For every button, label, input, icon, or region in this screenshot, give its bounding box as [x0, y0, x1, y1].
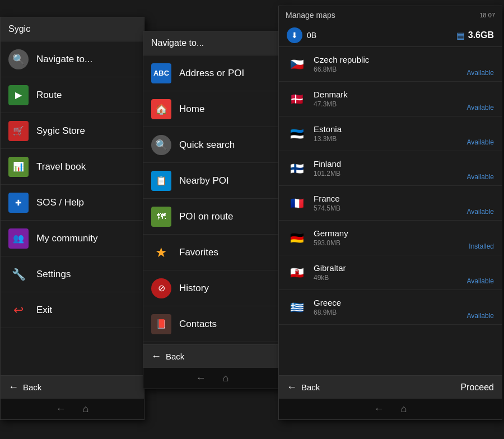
map-item-estonia[interactable]: 🇪🇪 Estonia 13.3MB Available — [279, 116, 502, 151]
store-icon: 🛒 — [8, 121, 29, 141]
greece-name: Greece — [314, 298, 494, 307]
panel2-back-nav-icon[interactable]: ← — [196, 372, 206, 384]
menu-item-community[interactable]: 👥 My community — [1, 221, 144, 256]
france-status: Available — [467, 208, 494, 216]
menu-item-poionroute[interactable]: 🗺 POI on route — [143, 199, 281, 235]
panel1-back-nav-icon[interactable]: ← — [56, 403, 66, 415]
map-item-denmark[interactable]: 🇩🇰 Denmark 47.3MB Available — [279, 82, 502, 116]
maps-back-label: Back — [301, 382, 320, 392]
map-item-greece[interactable]: 🇬🇷 Greece 68.9MB Available — [279, 290, 502, 325]
map-item-czech[interactable]: 🇨🇿 Czech republic 66.8MB Available — [279, 47, 502, 82]
menu-item-exit[interactable]: ↩ Exit — [1, 292, 144, 328]
route-icon: ▶ — [8, 85, 29, 105]
menu-item-address[interactable]: ABC Address or POI — [143, 55, 281, 91]
maps-back-nav-icon[interactable]: ← — [374, 403, 384, 415]
sos-icon: ✚ — [8, 193, 29, 213]
maps-home-nav-icon[interactable]: ⌂ — [401, 403, 407, 415]
germany-info: Germany 593.0MB — [314, 228, 494, 247]
menu-item-quicksearch[interactable]: 🔍 Quick search — [143, 127, 281, 163]
map-item-gibraltar[interactable]: 🇬🇮 Gibraltar 49kB Available — [279, 255, 502, 290]
quicksearch-icon: 🔍 — [151, 135, 171, 155]
community-icon: 👥 — [8, 228, 29, 249]
panel2-title: Navigate to... — [151, 38, 204, 48]
gibraltar-status: Available — [467, 277, 494, 285]
czech-name: Czech republic — [314, 55, 494, 64]
estonia-name: Estonia — [314, 124, 494, 134]
panel2-back-button[interactable]: ← Back — [151, 351, 184, 362]
panel2-menu-list: ABC Address or POI 🏠 Home 🔍 Quick search… — [143, 55, 281, 344]
finland-flag-icon: 🇫🇮 — [287, 162, 307, 175]
panel1-back-arrow-icon: ← — [8, 381, 18, 393]
menu-item-store[interactable]: 🛒 Sygic Store — [1, 113, 144, 149]
estonia-status: Available — [467, 138, 494, 146]
history-icon: ⊘ — [151, 278, 171, 298]
panel2-home-nav-icon[interactable]: ⌂ — [223, 372, 229, 384]
menu-item-travelbook[interactable]: 📊 Travel book — [1, 149, 144, 185]
maps-status-info: 18 07 — [479, 12, 495, 18]
menu-item-sos[interactable]: ✚ SOS / Help — [1, 185, 144, 221]
maps-proceed-button[interactable]: Proceed — [460, 382, 494, 393]
map-item-germany[interactable]: 🇩🇪 Germany 593.0MB Installed — [279, 221, 502, 255]
panel1-back-label: Back — [23, 382, 41, 392]
denmark-flag-icon: 🇩🇰 — [287, 92, 307, 106]
menu-item-navigate[interactable]: 🔍 Navigate to... — [1, 41, 144, 77]
map-item-france[interactable]: 🇫🇷 France 574.5MB Available — [279, 186, 502, 221]
maps-download-row: ⬇ 0B ▤ 3.6GB — [279, 24, 502, 47]
france-flag-icon: 🇫🇷 — [287, 197, 307, 210]
history-label: History — [179, 283, 209, 294]
estonia-flag-icon: 🇪🇪 — [287, 127, 307, 141]
address-icon: ABC — [151, 63, 171, 83]
storage-icon: ▤ — [456, 30, 465, 41]
finland-name: Finland — [314, 159, 494, 169]
maps-back-button[interactable]: ← Back — [287, 381, 320, 393]
navigate-to-menu: Navigate to... ABC Address or POI 🏠 Home… — [143, 31, 282, 389]
favorites-icon: ★ — [151, 242, 171, 263]
panel2-back-arrow-icon: ← — [151, 351, 161, 362]
menu-item-contacts[interactable]: 📕 Contacts — [143, 306, 281, 342]
gibraltar-flag-icon: 🇬🇮 — [287, 266, 307, 279]
gibraltar-name: Gibraltar — [314, 263, 494, 273]
community-label: My community — [36, 233, 98, 244]
store-label: Sygic Store — [36, 125, 85, 137]
settings-label: Settings — [36, 269, 71, 280]
germany-name: Germany — [314, 228, 494, 238]
panel1-bottom-bar: ← Back — [1, 375, 144, 399]
map-item-finland[interactable]: 🇫🇮 Finland 101.2MB Available — [279, 151, 502, 186]
denmark-name: Denmark — [314, 90, 494, 99]
home-label: Home — [179, 104, 204, 115]
czech-flag-icon: 🇨🇿 — [287, 58, 307, 71]
maps-nav-bar: ← ⌂ — [279, 399, 502, 419]
panel1-header: Sygic — [1, 17, 144, 41]
sygic-main-menu: Sygic 🔍 Navigate to... ▶ Route 🛒 Sygic S… — [0, 17, 144, 420]
maps-title: Manage maps — [286, 11, 335, 20]
germany-flag-icon: 🇩🇪 — [287, 231, 307, 245]
menu-item-nearbypoi[interactable]: 📋 Nearby POI — [143, 163, 281, 199]
panel1-home-nav-icon[interactable]: ⌂ — [83, 403, 89, 415]
contacts-icon: 📕 — [151, 314, 171, 334]
menu-item-home[interactable]: 🏠 Home — [143, 91, 281, 127]
panel1-back-button[interactable]: ← Back — [8, 381, 41, 393]
maps-status-bar: Manage maps 18 07 — [279, 6, 502, 24]
menu-item-favorites[interactable]: ★ Favorites — [143, 235, 281, 270]
navigate-icon: 🔍 — [8, 49, 29, 69]
home-icon: 🏠 — [151, 99, 171, 119]
finland-status: Available — [467, 173, 494, 181]
maps-bottom-bar: ← Back Proceed — [279, 375, 502, 399]
menu-item-history[interactable]: ⊘ History — [143, 270, 281, 306]
czech-status: Available — [467, 69, 494, 77]
exit-icon: ↩ — [8, 300, 29, 320]
denmark-status: Available — [467, 104, 494, 111]
france-name: France — [314, 194, 494, 203]
greece-flag-icon: 🇬🇷 — [287, 301, 307, 314]
download-label: 0B — [307, 31, 316, 40]
travelbook-label: Travel book — [36, 161, 86, 172]
download-icon: ⬇ — [287, 27, 302, 43]
panel2-nav-bar: ← ⌂ — [143, 368, 281, 389]
maps-time: 18 07 — [479, 12, 495, 18]
nearbypoi-icon: 📋 — [151, 171, 171, 191]
panel2-header: Navigate to... — [143, 31, 281, 55]
menu-item-route[interactable]: ▶ Route — [1, 77, 144, 113]
panel1-nav-bar: ← ⌂ — [1, 399, 144, 419]
menu-item-settings[interactable]: 🔧 Settings — [1, 256, 144, 292]
quicksearch-label: Quick search — [179, 139, 235, 151]
